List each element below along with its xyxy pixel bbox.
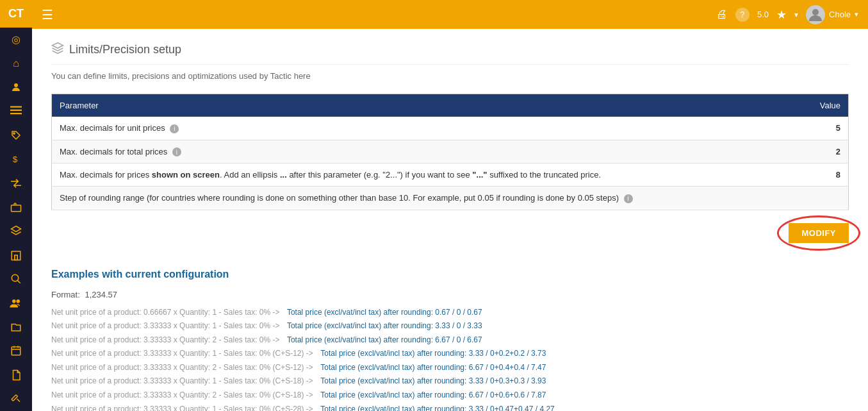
star-icon[interactable]: ★	[776, 8, 787, 22]
param-value-2: 2	[798, 140, 849, 164]
param-label-4: Step of rounding range (for countries wh…	[52, 187, 798, 210]
sidebar-item-file[interactable]	[0, 363, 32, 387]
main-wrapper: ☰ 🖨 ? 5.0 ★ ▾ Chole ▾ Lim	[32, 0, 868, 411]
format-line: Format: 1,234.57	[51, 290, 849, 299]
app-logo[interactable]: CT	[0, 0, 32, 28]
svg-rect-3	[10, 113, 22, 114]
sidebar-item-search[interactable]	[0, 267, 32, 291]
svg-rect-1	[10, 106, 22, 108]
svg-point-13	[12, 275, 19, 282]
user-menu[interactable]: Chole ▾	[806, 5, 858, 24]
example-line: Net unit price of a product: 3.33333 x Q…	[51, 347, 849, 361]
param-label-1: Max. decimals for unit prices i	[52, 117, 798, 140]
topbar-right: 🖨 ? 5.0 ★ ▾ Chole ▾	[716, 5, 858, 24]
sidebar-item-layers[interactable]	[0, 219, 32, 243]
topbar: ☰ 🖨 ? 5.0 ★ ▾ Chole ▾	[32, 0, 868, 29]
example-left: Net unit price of a product: 3.33333 x Q…	[51, 319, 280, 333]
example-right: Total price (excl/vat/incl tax) after ro…	[287, 333, 482, 348]
format-value: 1,234.57	[85, 290, 117, 299]
example-right: Total price (excl/vat/incl tax) after ro…	[320, 347, 546, 361]
modify-button[interactable]: MODIFY	[789, 223, 849, 243]
parameters-table: Parameter Value Max. decimals for unit p…	[51, 94, 849, 210]
svg-rect-11	[15, 255, 18, 260]
example-right: Total price (excl/vat/incl tax) after ro…	[320, 374, 546, 389]
sidebar-item-briefcase[interactable]	[0, 195, 32, 219]
example-left: Net unit price of a product: 3.33333 x Q…	[51, 333, 280, 348]
example-right: Total price (excl/vat/incl tax) after ro…	[320, 403, 555, 411]
svg-point-0	[14, 83, 18, 87]
example-left: Net unit price of a product: 0.66667 x Q…	[51, 306, 280, 320]
examples-section: Examples with current configuration Form…	[51, 269, 849, 412]
example-left: Net unit price of a product: 3.33333 x Q…	[51, 403, 313, 411]
svg-rect-6	[12, 205, 21, 212]
example-line: Net unit price of a product: 3.33333 x Q…	[51, 389, 849, 403]
sidebar-item-folder[interactable]	[0, 315, 32, 339]
param-value-3: 8	[798, 164, 849, 187]
table-row: Max. decimals for prices shown on screen…	[52, 164, 849, 187]
example-left: Net unit price of a product: 3.33333 x Q…	[51, 374, 313, 389]
example-right: Total price (excl/vat/incl tax) after ro…	[287, 319, 482, 333]
version-label: 5.0	[757, 10, 769, 19]
example-left: Net unit price of a product: 3.33333 x Q…	[51, 347, 313, 361]
svg-rect-17	[12, 347, 20, 355]
example-line: Net unit price of a product: 3.33333 x Q…	[51, 361, 849, 375]
info-icon-2[interactable]: i	[172, 147, 181, 156]
sidebar-item-list[interactable]	[0, 99, 32, 123]
sidebar-item-tag[interactable]	[0, 123, 32, 147]
example-right: Total price (excl/vat/incl tax) after ro…	[320, 389, 546, 403]
example-line: Net unit price of a product: 3.33333 x Q…	[51, 319, 849, 333]
username-label: Chole	[829, 10, 851, 19]
info-icon-4[interactable]: i	[624, 194, 633, 203]
sidebar-item-flow[interactable]	[0, 171, 32, 195]
user-dropdown-icon[interactable]: ▾	[855, 10, 858, 19]
example-left: Net unit price of a product: 3.33333 x Q…	[51, 361, 313, 375]
settings-icon	[51, 42, 64, 58]
param-label-2: Max. decimals for total prices i	[52, 140, 798, 164]
table-row: Max. decimals for total prices i 2	[52, 140, 849, 164]
example-line: Net unit price of a product: 3.33333 x Q…	[51, 374, 849, 389]
example-line: Net unit price of a product: 3.33333 x Q…	[51, 333, 849, 348]
page-description: You can define limits, precisions and op…	[51, 71, 849, 81]
sidebar-item-home[interactable]: ⌂	[0, 51, 32, 75]
dropdown-icon[interactable]: ▾	[794, 10, 798, 19]
sidebar-item-building[interactable]	[0, 243, 32, 267]
modify-btn-wrapper: MODIFY	[789, 223, 849, 243]
example-lines: Net unit price of a product: 0.66667 x Q…	[51, 306, 849, 412]
examples-title: Examples with current configuration	[51, 269, 849, 280]
help-icon[interactable]: ?	[735, 8, 749, 22]
printer-icon[interactable]: 🖨	[716, 8, 728, 21]
param-value-1: 5	[798, 117, 849, 140]
col-header-value: Value	[798, 94, 849, 117]
sidebar-item-user[interactable]	[0, 75, 32, 99]
svg-line-14	[17, 281, 20, 284]
sidebar-item-tool[interactable]	[0, 387, 32, 411]
example-line: Net unit price of a product: 3.33333 x Q…	[51, 403, 849, 411]
svg-rect-2	[10, 110, 22, 111]
sidebar: CT ◎ ⌂ $	[0, 0, 32, 411]
sidebar-item-dollar[interactable]: $	[0, 147, 32, 171]
avatar	[806, 5, 825, 24]
example-line: Net unit price of a product: 0.66667 x Q…	[51, 306, 849, 320]
svg-marker-7	[12, 226, 21, 232]
example-left: Net unit price of a product: 3.33333 x Q…	[51, 389, 313, 403]
content-area: Limits/Precision setup You can define li…	[32, 29, 868, 411]
topbar-left: ☰	[42, 7, 53, 22]
param-value-4	[798, 187, 849, 210]
svg-point-15	[12, 299, 16, 303]
page-header: Limits/Precision setup	[51, 42, 849, 65]
format-label: Format:	[51, 290, 80, 299]
svg-point-21	[812, 9, 819, 15]
sidebar-item-persons[interactable]	[0, 291, 32, 315]
example-right: Total price (excl/vat/incl tax) after ro…	[320, 361, 546, 375]
sidebar-item-circle[interactable]: ◎	[0, 28, 32, 51]
example-right: Total price (excl/vat/incl tax) after ro…	[287, 306, 482, 320]
col-header-parameter: Parameter	[52, 94, 798, 117]
param-label-3: Max. decimals for prices shown on screen…	[52, 164, 798, 187]
page-title: Limits/Precision setup	[69, 43, 181, 56]
menu-icon[interactable]: ☰	[42, 7, 53, 22]
svg-text:$: $	[13, 155, 18, 164]
info-icon-1[interactable]: i	[170, 124, 179, 133]
table-row: Max. decimals for unit prices i 5	[52, 117, 849, 140]
sidebar-item-calendar[interactable]	[0, 339, 32, 363]
svg-point-4	[13, 133, 15, 134]
